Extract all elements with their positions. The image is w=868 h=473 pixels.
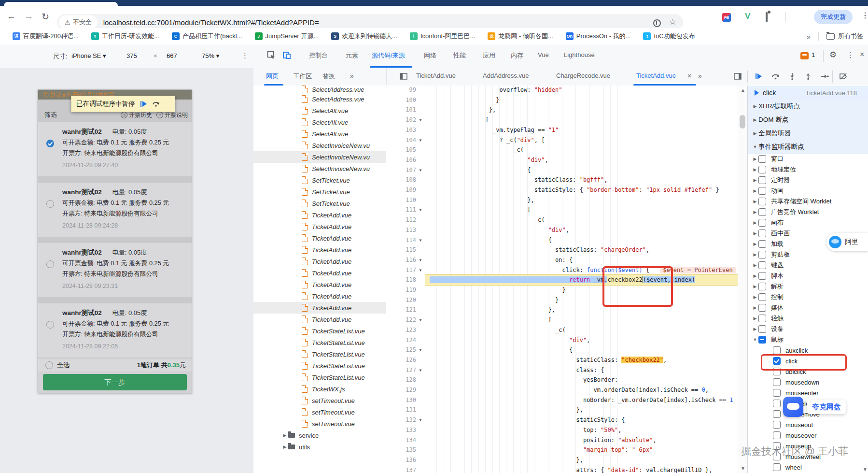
tree-file-item[interactable]: SelectInvoiceNew.vu	[253, 163, 386, 174]
line-number[interactable]: 132	[386, 415, 416, 425]
devtools-tab-应用[interactable]: 应用	[483, 51, 495, 60]
breakpoint-section-XHR/提取断点[interactable]: ▶XHR/提取断点	[748, 100, 868, 114]
select-all-radio[interactable]	[45, 361, 53, 369]
device-zoom-select[interactable]: 75% ▾	[202, 52, 219, 59]
event-checkbox[interactable]	[773, 400, 781, 407]
inspect-element-icon[interactable]	[267, 51, 276, 59]
tree-file-item[interactable]: TicketAdd.vue	[253, 267, 386, 279]
tree-file-item[interactable]: TicketStateList.vue	[253, 372, 386, 383]
device-toolbar-menu-icon[interactable]: ⋮	[241, 51, 249, 60]
devtools-tab-网络[interactable]: 网络	[424, 51, 436, 60]
step-into-icon[interactable]	[788, 72, 796, 80]
line-number[interactable]: 119	[386, 285, 416, 295]
event-checkbox[interactable]	[773, 410, 781, 418]
tab-close-icon[interactable]: ×	[687, 72, 691, 80]
category-checkbox[interactable]	[758, 272, 766, 280]
category-checkbox[interactable]	[758, 293, 766, 301]
breakpoint-section-事件监听器断点[interactable]: ▼事件监听器断点	[748, 140, 868, 154]
bookmark-item[interactable]: ttoC功能包发布	[643, 32, 695, 41]
code-line-103[interactable]: 103 _vm.typeFlag == "1"	[386, 125, 738, 135]
device-select[interactable]: iPhone SE ▾	[71, 52, 106, 59]
category-arrow-icon[interactable]: ▶	[752, 263, 758, 268]
code-line-121[interactable]: 121 },	[386, 305, 738, 315]
refresh-icon[interactable]: ↻	[42, 11, 49, 22]
bookmarks-overflow-icon[interactable]: »	[807, 32, 811, 41]
category-arrow-icon[interactable]: ▶	[752, 327, 758, 331]
bookmark-item[interactable]: Y工作日历-研发效能...	[91, 32, 159, 41]
fold-marker-icon[interactable]: ▼	[416, 235, 425, 245]
line-number[interactable]: 129	[386, 385, 416, 395]
line-number[interactable]: 123	[386, 325, 416, 335]
tree-file-item[interactable]: SetTicket.vue	[253, 174, 386, 186]
editor-scrollbar-thumb[interactable]	[740, 115, 745, 129]
event-checkbox[interactable]	[773, 378, 781, 386]
order-card[interactable]: wanhr测试02电量: 0.05度可开票金额: 电费 0.1 元 服务费 0.…	[38, 303, 192, 358]
devtools-menu-icon[interactable]: ⋮	[847, 51, 854, 59]
code-line-107[interactable]: 107▼ {	[386, 165, 738, 175]
category-arrow-icon[interactable]: ▶	[752, 199, 758, 204]
bookmark-item[interactable]: JJumpServer 开源...	[255, 32, 319, 41]
scroll-down-icon[interactable]: ▼	[738, 466, 748, 471]
code-line-108[interactable]: 108 staticClass: "bgfff",	[386, 175, 738, 185]
line-number[interactable]: 101	[386, 105, 416, 115]
line-number[interactable]: 100	[386, 95, 416, 105]
category-arrow-icon[interactable]: ▶	[752, 188, 758, 193]
line-number[interactable]: 104	[386, 135, 416, 145]
line-number[interactable]: 117	[386, 265, 416, 275]
category-checkbox[interactable]	[758, 325, 766, 333]
listener-category-地理定位[interactable]: ▶地理定位	[748, 164, 868, 175]
zoom-icon[interactable]	[653, 19, 661, 27]
fold-marker-icon[interactable]: ▼	[416, 415, 425, 425]
vue-extension-icon[interactable]: V	[745, 12, 750, 21]
line-number[interactable]: 109	[386, 185, 416, 195]
tree-file-item[interactable]: SelectAll.vue	[253, 105, 386, 116]
fold-marker-icon[interactable]: ▼	[416, 205, 425, 215]
code-line-105[interactable]: 105 _c(	[386, 145, 738, 155]
line-number[interactable]: 136	[386, 455, 416, 465]
devtools-tab-Vue[interactable]: Vue	[538, 51, 549, 58]
order-card[interactable]: wanhr测试02电量: 0.05度可开票金额: 电费 0.1 元 服务费 0.…	[38, 183, 192, 237]
code-editor[interactable]: 99 overflow: "hidden"100 }101 },102▼ [10…	[386, 86, 738, 473]
section-arrow-icon[interactable]: ▼	[752, 144, 758, 149]
listener-category-共享存储空间 Worklet[interactable]: ▶共享存储空间 Worklet	[748, 196, 868, 207]
line-number[interactable]: 107	[386, 165, 416, 175]
line-number[interactable]: 112	[386, 215, 416, 225]
order-radio[interactable]	[46, 260, 54, 268]
issues-badge-icon[interactable]	[800, 52, 809, 59]
forward-icon[interactable]: →	[24, 11, 33, 22]
listener-category-广告竞价 Worklet[interactable]: ▶广告竞价 Worklet	[748, 207, 868, 217]
tree-file-item[interactable]: setTimeout.vue	[253, 418, 386, 430]
code-line-119[interactable]: 119 }	[386, 285, 738, 295]
fold-marker-icon[interactable]: ▼	[416, 165, 425, 175]
listener-category-鼠标[interactable]: ▼鼠标	[748, 334, 868, 345]
tree-folder[interactable]: ▶utils	[253, 441, 386, 453]
bookmark-item[interactable]: 龙龙腾网 - 倾听各国...	[488, 32, 553, 41]
fold-marker-icon[interactable]: ▼	[416, 255, 425, 265]
code-line-116[interactable]: 116▼ on: {	[386, 255, 738, 265]
code-line-134[interactable]: 134 position: "absolute",	[386, 435, 738, 445]
bookmark-item[interactable]: 译百度翻译-200种语...	[13, 32, 79, 41]
line-number[interactable]: 121	[386, 305, 416, 315]
tree-file-item[interactable]: TicketAdd.vue	[253, 221, 386, 232]
listener-category-键盘[interactable]: ▶键盘	[748, 260, 868, 271]
line-number[interactable]: 125	[386, 345, 416, 355]
order-radio[interactable]	[46, 321, 54, 329]
mouse-event-wheel[interactable]: wheel	[748, 462, 868, 473]
tree-file-item[interactable]: TicketAdd.vue	[253, 244, 386, 256]
bookmark-item[interactable]: C产品积压工作(backl...	[172, 32, 242, 41]
mouse-event-mouseout[interactable]: mouseout	[748, 419, 868, 430]
next-step-button[interactable]: 下一步	[43, 374, 187, 390]
device-width-input[interactable]: 375	[126, 52, 137, 59]
order-radio[interactable]	[46, 140, 54, 147]
category-arrow-icon[interactable]: ▶	[752, 295, 758, 300]
line-number[interactable]: 130	[386, 395, 416, 405]
tree-folder[interactable]: ▶service	[253, 430, 386, 441]
subtabs-overflow-icon[interactable]: »	[350, 72, 354, 80]
listener-category-媒体[interactable]: ▶媒体	[748, 302, 868, 313]
code-line-106[interactable]: 106 "div",	[386, 155, 738, 165]
show-debugger-sidebar-icon[interactable]	[734, 72, 742, 80]
line-number[interactable]: 102	[386, 115, 416, 125]
event-checkbox[interactable]	[773, 389, 781, 397]
order-card[interactable]: wanhr测试02电量: 0.05度可开票金额: 电费 0.1 元 服务费 0.…	[38, 243, 192, 297]
line-number[interactable]: 110	[386, 195, 416, 205]
